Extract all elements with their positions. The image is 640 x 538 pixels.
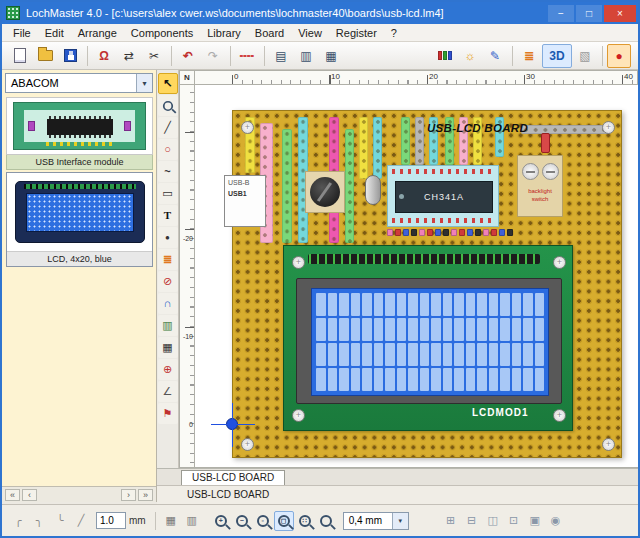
usb-connector[interactable]: USB-B USB1 — [224, 175, 266, 227]
scroll-right-button[interactable]: › — [121, 489, 136, 501]
library-item-usb-module[interactable]: USB Interface module — [6, 97, 153, 170]
pad-style-button-4[interactable]: ⊡ — [504, 511, 524, 531]
close-button[interactable]: × — [604, 5, 636, 22]
menu-item-library[interactable]: Library — [200, 25, 248, 41]
grid-size-select[interactable]: 0,4 mm ▾ — [343, 512, 409, 530]
library-item-lcd[interactable]: LCD, 4x20, blue — [6, 172, 153, 267]
board-pads-button[interactable]: ▥ — [182, 511, 202, 531]
new-file-button[interactable] — [8, 44, 32, 68]
view-3d-button[interactable]: 3D — [542, 44, 572, 68]
rectangle-tool[interactable]: ▭ — [158, 183, 178, 204]
wire-strip[interactable] — [359, 117, 368, 179]
ic-tool[interactable]: ▦ — [158, 337, 178, 358]
cut-button[interactable]: ✂ — [142, 44, 166, 68]
save-file-button[interactable] — [58, 44, 82, 68]
chevron-down-icon[interactable]: ▾ — [392, 513, 408, 529]
backlight-lamp-button[interactable]: ☼ — [458, 44, 482, 68]
perfboard[interactable]: USB-LCD BOARD USB-B USB1 CH341A backligh… — [232, 110, 622, 458]
wire-strip[interactable] — [373, 117, 382, 179]
library-select[interactable]: ABACOM ▾ — [5, 73, 153, 93]
print-button[interactable]: ▤ — [269, 44, 293, 68]
scroll-right-fast-button[interactable]: » — [138, 489, 153, 501]
lcd-char-cell — [374, 368, 384, 391]
corner-style-button-3[interactable]: ╰ — [50, 511, 70, 531]
pin-dot — [459, 229, 465, 236]
corner-style-button-2[interactable]: ╮ — [29, 511, 49, 531]
probe-button[interactable]: ✎ — [483, 44, 507, 68]
component-tool[interactable]: ▥ — [158, 315, 178, 336]
test-signal-tool[interactable]: ⊕ — [158, 359, 178, 380]
ruler-tool[interactable]: ∠ — [158, 381, 178, 402]
minimize-button[interactable]: − — [548, 5, 574, 22]
red-capacitor[interactable] — [541, 133, 550, 153]
undo-button[interactable]: ↶ — [176, 44, 200, 68]
zoom-tool[interactable] — [158, 95, 178, 116]
select-tool[interactable]: ↖ — [158, 73, 178, 94]
open-file-button[interactable] — [33, 44, 57, 68]
library-scrollbar[interactable]: «‹ ›» — [2, 486, 156, 502]
board-grid-button[interactable]: ▦ — [161, 511, 181, 531]
menu-item-components[interactable]: Components — [124, 25, 200, 41]
maximize-button[interactable]: □ — [576, 5, 602, 22]
flag-tool[interactable]: ⚑ — [158, 403, 178, 424]
chevron-down-icon[interactable]: ▾ — [136, 74, 152, 92]
tab-usb-lcd-board[interactable]: USB-LCD BOARD — [181, 470, 285, 486]
colors-button[interactable] — [433, 44, 457, 68]
ic-socket[interactable]: CH341A — [387, 165, 499, 227]
lcd-module[interactable]: LCDMOD1 — [283, 245, 573, 431]
zoom-out-button[interactable]: − — [232, 511, 252, 531]
pad-style-button-2[interactable]: ⊟ — [462, 511, 482, 531]
ic-ch341a[interactable]: CH341A — [395, 181, 493, 213]
scroll-left-fast-button[interactable]: « — [5, 489, 20, 501]
measure-button[interactable]: ╍╍ — [235, 44, 259, 68]
menu-item-arrange[interactable]: Arrange — [71, 25, 124, 41]
zoom-100-button[interactable]: ∷ — [295, 511, 315, 531]
pin-dot — [443, 229, 449, 236]
zoom-window-button[interactable]: ◻ — [274, 511, 294, 531]
line-width-input[interactable] — [96, 512, 126, 529]
status-bar: USB-LCD BOARD — [157, 485, 638, 504]
wire-strip[interactable] — [345, 129, 354, 243]
menu-item-board[interactable]: Board — [248, 25, 291, 41]
mirror-button[interactable]: ⇄ — [117, 44, 141, 68]
magnet-snap-button[interactable]: Ω — [92, 44, 116, 68]
scroll-left-button[interactable]: ‹ — [22, 489, 37, 501]
pad-style-button-6[interactable]: ◉ — [546, 511, 566, 531]
text-tool[interactable]: T — [158, 205, 178, 226]
grid-view-button[interactable]: ▦ — [319, 44, 343, 68]
undo-button-glyph: ↶ — [183, 50, 193, 62]
zoom-page-button[interactable]: ▫ — [253, 511, 273, 531]
menu-item-register[interactable]: Register — [329, 25, 384, 41]
curve-tool[interactable]: ~ — [158, 161, 178, 182]
pad-style-button-5[interactable]: ▣ — [525, 511, 545, 531]
solder-point-tool[interactable]: ● — [158, 227, 178, 248]
redo-button[interactable]: ↷ — [201, 44, 225, 68]
jumper-tool[interactable]: ∩ — [158, 293, 178, 314]
export-button[interactable]: ▥ — [294, 44, 318, 68]
pad-style-button-3[interactable]: ◫ — [483, 511, 503, 531]
board-canvas[interactable]: USB-LCD BOARD USB-B USB1 CH341A backligh… — [195, 85, 638, 468]
wire-strip[interactable] — [282, 129, 292, 243]
test-mode-button[interactable]: ● — [607, 44, 631, 68]
strip-tool[interactable]: ≣ — [158, 249, 178, 270]
wire-strip[interactable] — [521, 125, 611, 134]
ellipse-tool[interactable]: ○ — [158, 139, 178, 160]
diagonal-style-button[interactable]: ╱ — [71, 511, 91, 531]
line-tool[interactable]: ╱ — [158, 117, 178, 138]
backlight-switch[interactable]: backlight switch — [517, 155, 563, 217]
crystal-oscillator[interactable] — [365, 175, 381, 205]
menu-item-edit[interactable]: Edit — [38, 25, 71, 41]
menu-item-file[interactable]: File — [6, 25, 38, 41]
strip-break-tool[interactable]: ⊘ — [158, 271, 178, 292]
zoom-prev-button[interactable] — [316, 511, 336, 531]
potentiometer[interactable] — [305, 171, 345, 213]
wire-strip[interactable] — [415, 117, 424, 165]
wire-strip[interactable] — [401, 117, 410, 165]
menu-item-help[interactable]: ? — [384, 25, 404, 41]
pad-style-button-1[interactable]: ⊞ — [441, 511, 461, 531]
corner-style-button-1[interactable]: ╭ — [8, 511, 28, 531]
menu-item-view[interactable]: View — [291, 25, 329, 41]
strips-view-button[interactable]: ≣ — [517, 44, 541, 68]
photo-view-button[interactable]: ▧ — [573, 44, 597, 68]
zoom-in-button[interactable]: + — [211, 511, 231, 531]
